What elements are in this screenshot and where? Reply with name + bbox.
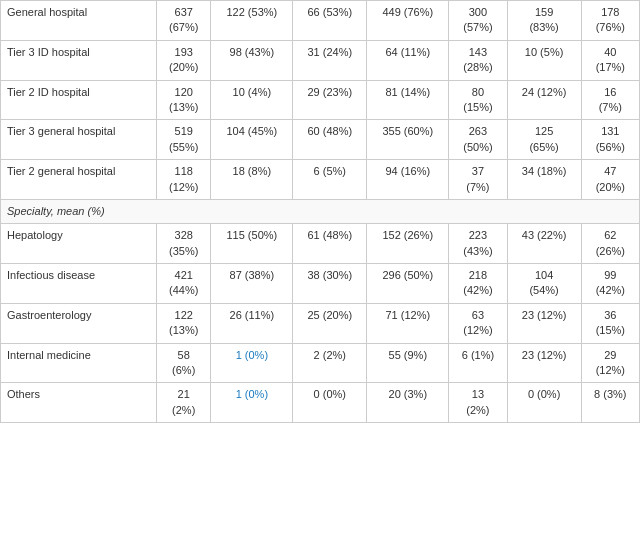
row-label: Tier 2 general hospital: [1, 160, 157, 200]
row-label: Internal medicine: [1, 343, 157, 383]
row-label: Infectious disease: [1, 264, 157, 304]
col2-cell: 10 (4%): [211, 80, 293, 120]
col1-cell: 328 (35%): [157, 224, 211, 264]
col7-cell: 29 (12%): [581, 343, 639, 383]
row-label: Hepatology: [1, 224, 157, 264]
col2-cell: 1 (0%): [211, 383, 293, 423]
col6-cell: 24 (12%): [507, 80, 581, 120]
col1-cell: 122 (13%): [157, 303, 211, 343]
row-label: Tier 3 ID hospital: [1, 40, 157, 80]
col6-cell: 23 (12%): [507, 303, 581, 343]
col2-cell: 122 (53%): [211, 1, 293, 41]
col2-cell: 18 (8%): [211, 160, 293, 200]
col7-cell: 40 (17%): [581, 40, 639, 80]
row-label: Tier 2 ID hospital: [1, 80, 157, 120]
col7-cell: 99 (42%): [581, 264, 639, 304]
col2-cell: 87 (38%): [211, 264, 293, 304]
col5-cell: 218 (42%): [449, 264, 507, 304]
col3-cell: 38 (30%): [293, 264, 367, 304]
col1-cell: 519 (55%): [157, 120, 211, 160]
col4-cell: 71 (12%): [367, 303, 449, 343]
col1-cell: 21 (2%): [157, 383, 211, 423]
col3-cell: 2 (2%): [293, 343, 367, 383]
col6-cell: 43 (22%): [507, 224, 581, 264]
col7-cell: 47 (20%): [581, 160, 639, 200]
section-header-cell: Specialty, mean (%): [1, 199, 640, 223]
col3-cell: 60 (48%): [293, 120, 367, 160]
col3-cell: 29 (23%): [293, 80, 367, 120]
col4-cell: 449 (76%): [367, 1, 449, 41]
col5-cell: 263 (50%): [449, 120, 507, 160]
col3-cell: 0 (0%): [293, 383, 367, 423]
col4-cell: 152 (26%): [367, 224, 449, 264]
col7-cell: 8 (3%): [581, 383, 639, 423]
col6-cell: 34 (18%): [507, 160, 581, 200]
col3-cell: 66 (53%): [293, 1, 367, 41]
col6-cell: 23 (12%): [507, 343, 581, 383]
col5-cell: 300 (57%): [449, 1, 507, 41]
col2-cell: 1 (0%): [211, 343, 293, 383]
col4-cell: 94 (16%): [367, 160, 449, 200]
col2-cell: 26 (11%): [211, 303, 293, 343]
col6-cell: 10 (5%): [507, 40, 581, 80]
col1-cell: 58 (6%): [157, 343, 211, 383]
col6-cell: 104 (54%): [507, 264, 581, 304]
col1-cell: 421 (44%): [157, 264, 211, 304]
main-table: General hospital637 (67%)122 (53%)66 (53…: [0, 0, 640, 423]
col1-cell: 120 (13%): [157, 80, 211, 120]
col7-cell: 16 (7%): [581, 80, 639, 120]
col7-cell: 36 (15%): [581, 303, 639, 343]
col7-cell: 131 (56%): [581, 120, 639, 160]
col3-cell: 61 (48%): [293, 224, 367, 264]
col4-cell: 355 (60%): [367, 120, 449, 160]
col5-cell: 80 (15%): [449, 80, 507, 120]
col4-cell: 296 (50%): [367, 264, 449, 304]
col5-cell: 6 (1%): [449, 343, 507, 383]
col4-cell: 81 (14%): [367, 80, 449, 120]
col1-cell: 637 (67%): [157, 1, 211, 41]
col2-cell: 98 (43%): [211, 40, 293, 80]
row-label: Tier 3 general hospital: [1, 120, 157, 160]
row-label: General hospital: [1, 1, 157, 41]
col2-cell: 104 (45%): [211, 120, 293, 160]
row-label: Others: [1, 383, 157, 423]
col4-cell: 20 (3%): [367, 383, 449, 423]
row-label: Gastroenterology: [1, 303, 157, 343]
col6-cell: 159 (83%): [507, 1, 581, 41]
col1-cell: 193 (20%): [157, 40, 211, 80]
col4-cell: 55 (9%): [367, 343, 449, 383]
col1-cell: 118 (12%): [157, 160, 211, 200]
col5-cell: 37 (7%): [449, 160, 507, 200]
col6-cell: 0 (0%): [507, 383, 581, 423]
col5-cell: 223 (43%): [449, 224, 507, 264]
col6-cell: 125 (65%): [507, 120, 581, 160]
col7-cell: 178 (76%): [581, 1, 639, 41]
col4-cell: 64 (11%): [367, 40, 449, 80]
col3-cell: 6 (5%): [293, 160, 367, 200]
col2-cell: 115 (50%): [211, 224, 293, 264]
col5-cell: 143 (28%): [449, 40, 507, 80]
col7-cell: 62 (26%): [581, 224, 639, 264]
col5-cell: 63 (12%): [449, 303, 507, 343]
col5-cell: 13 (2%): [449, 383, 507, 423]
col3-cell: 25 (20%): [293, 303, 367, 343]
col3-cell: 31 (24%): [293, 40, 367, 80]
